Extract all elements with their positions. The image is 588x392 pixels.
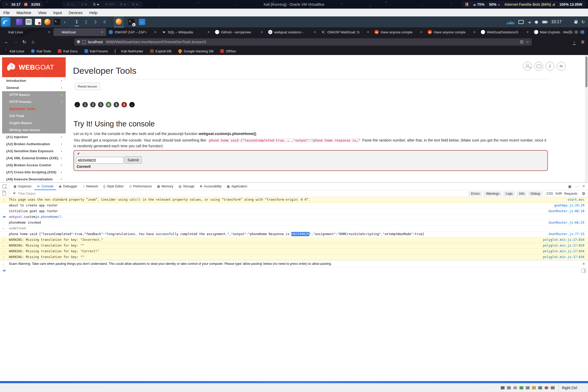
workspace-button[interactable]: 2 [84, 18, 88, 26]
sidebar-item[interactable]: (A1) Injection [2, 133, 66, 140]
menubar-item[interactable]: Input [50, 10, 65, 15]
sidebar-item[interactable]: (A4) XML External Entities (XXE) [2, 155, 66, 162]
console-source-link[interactable]: GoatRouter.js:77:33 [549, 231, 584, 237]
console-input-row[interactable] [0, 267, 588, 274]
terminal-window-button[interactable]: 3 [126, 17, 136, 27]
editor-mode-toggle-icon[interactable] [581, 269, 586, 273]
tab-close-icon[interactable] [473, 30, 476, 34]
display-status-icon[interactable] [501, 386, 505, 389]
bookmark-item[interactable]: Google Hacking DB [178, 49, 213, 53]
console-warning-row[interactable]: WARNING: Missing translation for key: ""… [0, 254, 588, 260]
bookmark-item[interactable]: Exploit-DB [150, 49, 172, 53]
sidebar-item[interactable]: HTTP Proxies [2, 98, 66, 105]
console-warning-row[interactable]: WARNING: Missing translation for key: "I… [0, 237, 588, 243]
home-button[interactable]: ⌂ [29, 39, 38, 45]
sidebar-item[interactable]: Introduction [2, 77, 66, 84]
logout-icon[interactable] [581, 20, 585, 24]
devtools-tab[interactable]: Style Editor [101, 183, 126, 190]
console-source-link[interactable]: goatApp.js:24:29 [554, 203, 584, 208]
page-number-button[interactable]: 1 [82, 102, 88, 107]
page-number-button[interactable]: 6 [121, 102, 127, 107]
menubar-item[interactable]: Help [86, 10, 101, 15]
bookmark-item[interactable]: OffSec [220, 49, 236, 53]
browser-tab[interactable]: WebGoat [53, 28, 106, 36]
console-source-link[interactable]: polyglot.min.js:17:834 [543, 243, 584, 248]
sidebar-item[interactable]: HTTP Basics [2, 91, 66, 98]
speaker-icon[interactable] [528, 20, 530, 24]
devtools-tab[interactable]: Memory [154, 183, 176, 190]
devtools-tab[interactable]: Storage [176, 183, 197, 190]
tab-close-icon[interactable] [526, 30, 529, 34]
page-number-button[interactable]: 3 [98, 102, 103, 107]
type-filter[interactable]: XHR [555, 192, 562, 195]
console-source-link[interactable]: GoatRouter.js:66:25 [549, 220, 584, 225]
menubar-item[interactable]: File [0, 10, 13, 15]
chevron-down-icon[interactable] [64, 20, 66, 24]
reader-view-icon[interactable] [520, 41, 523, 44]
bookmark-star-icon[interactable] [526, 40, 529, 44]
workspace-indicator[interactable]: 2: ● [81, 2, 87, 6]
filter-pill[interactable]: Info [517, 191, 526, 196]
close-icon[interactable] [583, 260, 585, 267]
display-icon[interactable] [518, 20, 524, 24]
console-log-row[interactable]: initialize goat app router GoatRouter.js… [0, 209, 588, 214]
tab-close-icon[interactable] [47, 30, 51, 34]
bookmark-item[interactable]: Kali Docs [58, 49, 78, 53]
sidebar-item[interactable]: (A3) Sensitive Data Exposure [2, 148, 66, 155]
menubar-item[interactable]: Devices [65, 10, 86, 15]
bookmark-item[interactable]: Kali Forums [84, 49, 108, 53]
tab-close-icon[interactable] [100, 30, 104, 34]
kali-clock[interactable]: 10:17 [551, 20, 562, 24]
browser-tab[interactable]: GitHub - vernjan/we [213, 28, 266, 36]
new-tab-button[interactable] [585, 29, 588, 35]
page-number-button[interactable]: 5 [114, 102, 119, 107]
shared-folder-status-icon[interactable] [532, 386, 536, 389]
tab-close-icon[interactable] [260, 30, 264, 34]
reload-button[interactable]: ↻ [20, 39, 29, 45]
tracking-protection-shield-icon[interactable] [77, 40, 80, 44]
console-source-link[interactable]: polyglot.min.js:17:834 [543, 254, 584, 260]
hdd-status-icon[interactable] [507, 386, 511, 389]
devtools-tab[interactable]: Network [80, 183, 101, 190]
menubar-item[interactable]: View [35, 10, 50, 15]
responsive-design-icon[interactable] [568, 184, 571, 188]
bookmark-item[interactable]: Kali NetHunter [115, 49, 143, 53]
tab-close-icon[interactable] [366, 30, 370, 34]
battery-icon[interactable] [542, 21, 547, 23]
downloads-icon[interactable] [573, 39, 575, 45]
browser-tab[interactable]: WebGoatSolutions/S [479, 28, 531, 36]
usb-status-icon[interactable] [526, 386, 530, 389]
network-status-icon[interactable] [519, 386, 523, 389]
clear-console-icon[interactable] [3, 192, 6, 195]
url-bar[interactable]: localhost :8080/WebGoat/start.mvc#lesson… [74, 38, 532, 46]
workspace-button[interactable]: 4 [102, 18, 107, 26]
notification-bell-icon[interactable] [535, 21, 538, 23]
forward-button[interactable]: → [11, 39, 20, 45]
sidebar-item[interactable]: (A2) Broken Authentication [2, 140, 66, 148]
pick-element-icon[interactable] [3, 185, 7, 188]
console-log-row[interactable]: about to create app router goatApp.js:24… [0, 203, 588, 209]
downloads-folder-button[interactable] [139, 19, 145, 25]
close-devtools-icon[interactable] [583, 184, 585, 189]
bookmark-item[interactable]: Kali Linux [4, 49, 24, 53]
browser-tab[interactable]: OWASP WebGoat: G [319, 28, 372, 36]
tab-close-icon[interactable] [154, 30, 157, 34]
text-editor-icon[interactable] [35, 19, 41, 25]
prev-page-button[interactable] [75, 102, 80, 107]
hamburger-menu-icon[interactable] [581, 39, 584, 45]
workspace-button[interactable]: 3 [93, 18, 97, 26]
minimize-button[interactable] [568, 30, 572, 34]
terminal-launcher-icon[interactable] [16, 19, 22, 25]
console-input-echo-row[interactable]: webgoat.customjs.phoneHome() [0, 214, 588, 220]
browser-tab[interactable]: Have anyone comple [426, 28, 478, 36]
tab-close-icon[interactable] [313, 30, 317, 34]
sidebar-item[interactable]: Writing new lesson [2, 126, 66, 133]
firefox-launcher-icon[interactable] [44, 19, 51, 25]
devtools-tab[interactable]: Debugger [56, 183, 80, 190]
mouse-integration-status-icon[interactable] [551, 386, 555, 389]
cpu-graph-icon[interactable] [507, 20, 514, 24]
workspace-indicator[interactable]: 3: ● [93, 2, 99, 6]
browser-tab[interactable]: SQL – Wikipedia [160, 28, 212, 36]
page-number-button[interactable]: 4 [106, 102, 111, 107]
sidebar-item[interactable]: (A5) Broken Access Control [2, 162, 66, 169]
